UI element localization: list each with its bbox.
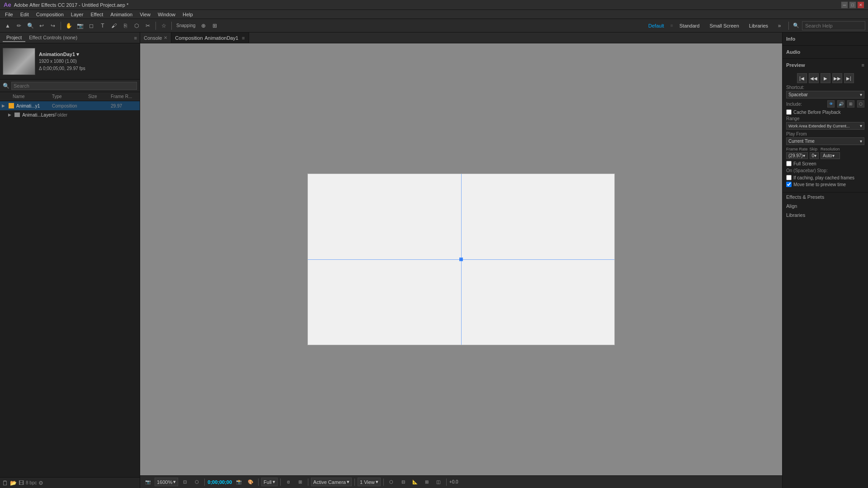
tool-select[interactable]: ▲: [3, 21, 13, 31]
vp-view-dropdown[interactable]: 1 View ▾: [358, 478, 381, 486]
tool-camera[interactable]: 📷: [75, 21, 85, 31]
project-search-input[interactable]: [11, 82, 137, 90]
tool-zoom[interactable]: 🔍: [25, 21, 35, 31]
menu-window[interactable]: Window: [155, 11, 179, 18]
tool-clone[interactable]: ⎘: [120, 21, 130, 31]
tab-effect-controls[interactable]: Effect Controls (none): [25, 34, 81, 42]
vp-ratio-btn[interactable]: ⬡: [192, 477, 202, 487]
interpret-footage-icon[interactable]: 🎞: [19, 480, 24, 486]
workspace-more[interactable]: »: [774, 21, 784, 31]
tab-console-close[interactable]: ✕: [164, 35, 167, 40]
menu-layer[interactable]: Layer: [68, 11, 87, 18]
shortcut-dropdown[interactable]: Spacebar ▾: [786, 91, 864, 99]
tab-comp-menu[interactable]: ≡: [242, 35, 245, 41]
fullscreen-checkbox[interactable]: [786, 161, 792, 166]
libraries-item[interactable]: Libraries: [783, 211, 868, 220]
close-button[interactable]: ✕: [857, 1, 864, 9]
prev-frame-btn[interactable]: ◀◀: [809, 73, 819, 83]
preview-menu-icon[interactable]: ≡: [862, 62, 864, 68]
if-caching-checkbox[interactable]: [786, 175, 792, 180]
tool-snap2[interactable]: ⊞: [210, 21, 220, 31]
effects-presets-item[interactable]: Effects & Presets: [783, 192, 868, 202]
include-overflow-icon[interactable]: ⊞: [847, 100, 854, 108]
play-from-dropdown[interactable]: Current Time ▾: [786, 137, 864, 145]
tool-undo[interactable]: ↩: [37, 21, 47, 31]
menu-help[interactable]: Help: [179, 11, 196, 18]
vp-zoom-dropdown[interactable]: 1600% ▾: [155, 478, 178, 486]
menu-file[interactable]: File: [2, 11, 16, 18]
include-audio-icon[interactable]: 🔊: [837, 100, 844, 108]
tool-eraser[interactable]: ⬡: [132, 21, 142, 31]
menu-effect[interactable]: Effect: [87, 11, 106, 18]
vp-fit-btn[interactable]: ⊡: [180, 477, 190, 487]
import-icon[interactable]: 📂: [10, 480, 17, 486]
workspace-default[interactable]: Default: [645, 22, 668, 29]
workspace-standard[interactable]: Standard: [676, 22, 703, 29]
audio-section-title[interactable]: Audio: [783, 47, 868, 56]
vp-grid-btn[interactable]: ⊞: [295, 477, 305, 487]
settings-icon[interactable]: ⚙: [38, 480, 43, 486]
align-item[interactable]: Align: [783, 202, 868, 211]
tab-project[interactable]: Project: [3, 34, 25, 42]
preview-section-title[interactable]: Preview ≡: [783, 61, 868, 70]
vp-alpha-btn[interactable]: α: [283, 477, 293, 487]
include-more-icon[interactable]: ⬡: [857, 100, 864, 108]
left-panel-menu-icon[interactable]: ≡: [134, 35, 137, 41]
tool-redo[interactable]: ↪: [48, 21, 58, 31]
next-frame-btn[interactable]: ▶▶: [832, 73, 842, 83]
col-header-type: Type: [52, 94, 88, 99]
fr-rate-dropdown[interactable]: (29.97)▾: [786, 152, 808, 159]
menu-edit[interactable]: Edit: [17, 11, 32, 18]
info-section-title[interactable]: Info: [783, 34, 868, 43]
tool-snap1[interactable]: ⊕: [198, 21, 208, 31]
comp-arrow[interactable]: ▾: [76, 52, 79, 57]
menu-composition[interactable]: Composition: [33, 11, 67, 18]
menu-view[interactable]: View: [137, 11, 154, 18]
vp-screenshot-btn[interactable]: 📸: [234, 477, 244, 487]
vp-color-btn[interactable]: 🎨: [245, 477, 255, 487]
workspace-libraries[interactable]: Libraries: [745, 22, 772, 29]
tool-paint[interactable]: 🖌: [109, 21, 119, 31]
tool-text[interactable]: T: [98, 21, 108, 31]
first-frame-btn[interactable]: |◀: [797, 73, 807, 83]
project-item-1[interactable]: ▶ Animati...Layers Folder: [0, 110, 140, 119]
play-btn[interactable]: ▶: [821, 73, 830, 83]
tool-puppet[interactable]: ☆: [159, 21, 169, 31]
tool-pen[interactable]: ✏: [14, 21, 24, 31]
viewport: [140, 43, 782, 475]
minimize-button[interactable]: ─: [841, 1, 848, 9]
vp-rulers-btn[interactable]: 📐: [410, 477, 420, 487]
preview-comp-name: AnimationDay1 ▾: [39, 51, 85, 58]
fr-skip-dropdown[interactable]: 0▾: [810, 152, 819, 159]
vp-camera-dropdown[interactable]: Active Camera ▾: [311, 478, 352, 486]
tab-console[interactable]: Console ✕: [140, 33, 171, 43]
project-item-0[interactable]: ▶ Animati...y1 Composition 29.97: [0, 101, 140, 110]
shortcut-label: Shortcut:: [786, 85, 864, 90]
last-frame-btn[interactable]: ▶|: [844, 73, 854, 83]
vp-guides-btn[interactable]: ⊟: [398, 477, 408, 487]
vp-snap-btn[interactable]: 📷: [143, 477, 153, 487]
right-section-info: Info: [783, 33, 868, 46]
cache-before-playback-checkbox[interactable]: [786, 109, 792, 115]
include-eye-icon[interactable]: 👁: [827, 100, 835, 108]
vp-quality-value: Full: [264, 479, 272, 485]
tool-hand[interactable]: ✋: [64, 21, 74, 31]
title-bar-controls[interactable]: ─ □ ✕: [841, 1, 864, 9]
menu-animation[interactable]: Animation: [107, 11, 136, 18]
vp-quality-dropdown[interactable]: Full ▾: [261, 478, 278, 486]
range-dropdown[interactable]: Work Area Extended By Current... ▾: [786, 122, 864, 130]
play-from-label: Play From: [786, 131, 864, 136]
vp-safe-btn[interactable]: ◫: [434, 477, 443, 487]
workspace-smallscreen[interactable]: Small Screen: [706, 22, 742, 29]
item-type-1: Folder: [55, 113, 90, 117]
vp-3d-btn[interactable]: ⬡: [387, 477, 396, 487]
vp-grid2-btn[interactable]: ⊞: [422, 477, 432, 487]
tool-rotobrush[interactable]: ✂: [143, 21, 153, 31]
fr-res-dropdown[interactable]: Auto▾: [821, 152, 840, 159]
tab-composition[interactable]: Composition AnimationDay1 ≡: [171, 33, 249, 43]
tool-shape[interactable]: ◻: [86, 21, 96, 31]
move-time-checkbox[interactable]: [786, 182, 792, 187]
maximize-button[interactable]: □: [849, 1, 856, 9]
search-input[interactable]: [802, 21, 865, 30]
new-item-icon[interactable]: 🗒: [2, 479, 8, 487]
